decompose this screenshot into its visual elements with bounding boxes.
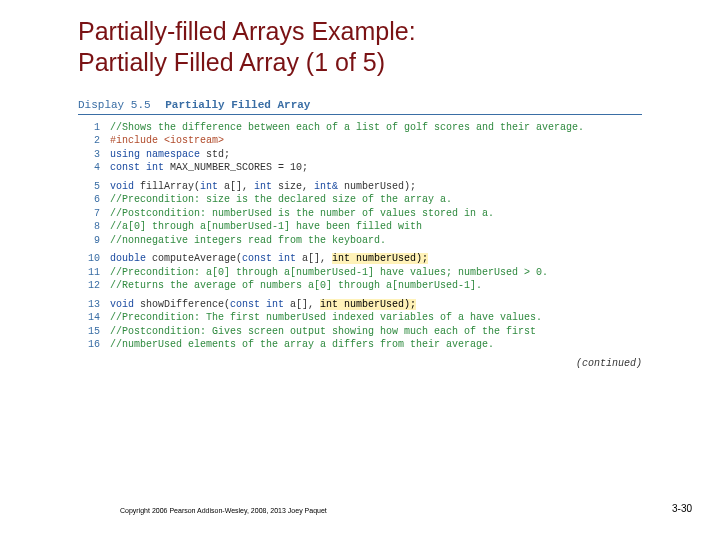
code-line: 7//Postcondition: numberUsed is the numb… bbox=[78, 207, 642, 221]
page-number: 3-30 bbox=[672, 503, 692, 514]
display-label: Display 5.5 bbox=[78, 99, 151, 111]
code-line: 8//a[0] through a[numberUsed-1] have bee… bbox=[78, 220, 642, 234]
display-header: Display 5.5 Partially Filled Array bbox=[78, 99, 642, 115]
display-title: Partially Filled Array bbox=[165, 99, 310, 111]
code-line: 14//Precondition: The first numberUsed i… bbox=[78, 311, 642, 325]
code-line: 15//Postcondition: Gives screen output s… bbox=[78, 325, 642, 339]
code-block: 1//Shows the difference between each of … bbox=[78, 121, 642, 352]
highlight: int numberUsed); bbox=[320, 299, 416, 310]
code-display: Display 5.5 Partially Filled Array 1//Sh… bbox=[78, 99, 642, 369]
slide-title: Partially-filled Arrays Example: Partial… bbox=[78, 16, 720, 79]
footer: Copyright 2006 Pearson Addison-Wesley, 2… bbox=[0, 507, 720, 514]
code-line: 12//Returns the average of numbers a[0] … bbox=[78, 279, 642, 293]
continued-label: (continued) bbox=[78, 358, 642, 369]
code-line: 4const int MAX_NUMBER_SCORES = 10; bbox=[78, 161, 642, 175]
code-line: 13void showDifference(const int a[], int… bbox=[78, 298, 642, 312]
code-line: 10double computeAverage(const int a[], i… bbox=[78, 252, 642, 266]
code-line: 6//Precondition: size is the declared si… bbox=[78, 193, 642, 207]
copyright-text: Copyright 2006 Pearson Addison-Wesley, 2… bbox=[120, 507, 720, 514]
title-line-1: Partially-filled Arrays Example: bbox=[78, 17, 416, 45]
code-line: 9//nonnegative integers read from the ke… bbox=[78, 234, 642, 248]
code-line: 2#include <iostream> bbox=[78, 134, 642, 148]
highlight: int numberUsed); bbox=[332, 253, 428, 264]
code-line: 3using namespace std; bbox=[78, 148, 642, 162]
title-line-2: Partially Filled Array (1 of 5) bbox=[78, 48, 385, 76]
code-line: 11//Precondition: a[0] through a[numberU… bbox=[78, 266, 642, 280]
code-line: 16//numberUsed elements of the array a d… bbox=[78, 338, 642, 352]
code-line: 1//Shows the difference between each of … bbox=[78, 121, 642, 135]
code-line: 5void fillArray(int a[], int size, int& … bbox=[78, 180, 642, 194]
